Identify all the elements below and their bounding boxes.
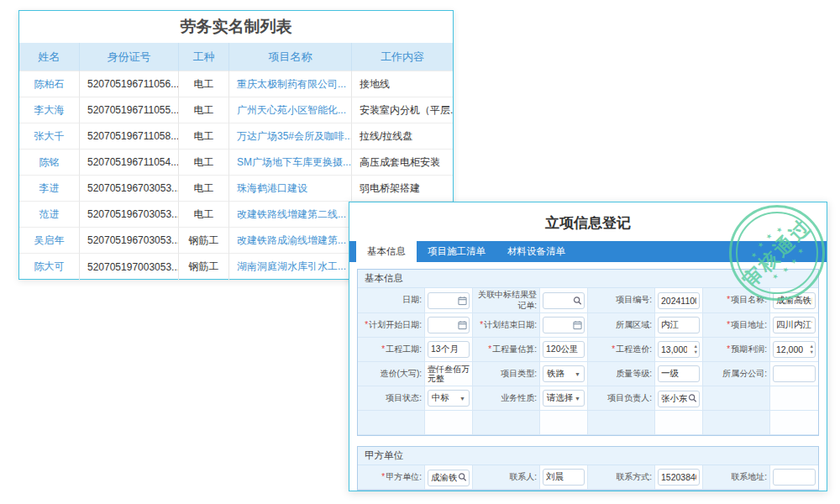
project-no-label: 项目编号:: [588, 288, 655, 313]
date-label: 日期:: [358, 288, 425, 313]
stepper-up-icon[interactable]: ▲: [694, 344, 698, 349]
region-input[interactable]: [658, 317, 700, 333]
search-icon[interactable]: [573, 296, 582, 305]
number-stepper[interactable]: ▲▼: [694, 344, 698, 355]
name-link[interactable]: 张大千: [19, 123, 80, 150]
labor-table-header: 姓名 身份证号 工种 项目名称 工作内容: [19, 43, 453, 71]
column-header-name: 姓名: [19, 43, 80, 71]
empty-cell: [358, 411, 425, 435]
branch-input[interactable]: [773, 365, 816, 382]
project-address-label: *项目地址:: [703, 313, 770, 338]
stepper-up-icon[interactable]: ▲: [809, 344, 813, 349]
plan-end-label: *计划结束日期:: [473, 313, 540, 338]
cost-caps-value: 壹仟叁佰万元整: [428, 365, 470, 384]
search-icon[interactable]: [458, 473, 467, 482]
column-header-work: 工作内容: [352, 43, 453, 71]
trade-cell: 电工: [179, 176, 229, 202]
name-link[interactable]: 李大海: [19, 97, 80, 123]
trade-cell: 电工: [179, 202, 229, 228]
project-address-input[interactable]: [773, 317, 816, 333]
branch-label: 所属分公司:: [703, 362, 770, 386]
project-type-select[interactable]: 铁路▼: [543, 365, 585, 382]
business-nature-select[interactable]: 请选择▼: [543, 390, 585, 407]
tab-construction-list[interactable]: 项目施工清单: [417, 241, 496, 262]
labor-list-title: 劳务实名制列表: [19, 11, 453, 43]
empty-cell: [703, 386, 770, 411]
id-cell: 520705197003053...: [80, 254, 179, 280]
empty-cell: [540, 411, 588, 435]
project-no-input[interactable]: [658, 292, 700, 309]
name-link[interactable]: 陈大可: [19, 254, 80, 280]
id-cell: 520705196711054...: [80, 150, 179, 176]
calendar-icon[interactable]: [458, 296, 467, 305]
work-cell: 接地线: [352, 71, 453, 97]
empty-cell: [770, 386, 818, 411]
project-name-input[interactable]: [773, 292, 816, 309]
business-nature-label: 业务性质:: [473, 386, 540, 411]
bid-result-label: 关联中标结果登记单:: [473, 288, 540, 313]
name-link[interactable]: 陈柏石: [19, 71, 80, 97]
chevron-down-icon: ▼: [459, 396, 465, 402]
column-header-id: 身份证号: [80, 43, 179, 71]
trade-cell: 电工: [179, 123, 229, 150]
project-status-select[interactable]: 中标▼: [428, 390, 470, 407]
party-a-form: *甲方单位: 联系人: 联系方式: 联系地址:: [358, 465, 818, 490]
profit-label: *预期利润:: [703, 338, 770, 362]
quantity-input[interactable]: [543, 341, 585, 358]
tab-basic-info[interactable]: 基本信息: [356, 241, 417, 262]
calendar-icon[interactable]: [573, 321, 582, 330]
trade-cell: 钢筋工: [179, 228, 229, 254]
search-icon[interactable]: [688, 394, 697, 403]
name-link[interactable]: 吴启年: [19, 228, 80, 254]
registration-tabbar: 基本信息 项目施工清单 材料设备清单: [349, 241, 827, 262]
project-link[interactable]: 万达广场35#会所及咖啡...: [229, 123, 352, 150]
project-status-label: 项目状态:: [358, 386, 425, 411]
name-link[interactable]: 范进: [19, 202, 80, 228]
manager-label: 项目负责人:: [588, 386, 655, 411]
id-cell: 520705196711058...: [80, 123, 179, 150]
contact-address-input[interactable]: [773, 469, 816, 486]
project-registration-panel: 立项信息登记 基本信息 项目施工清单 材料设备清单 基本信息 日期: 关联中标结…: [349, 202, 827, 491]
empty-cell: [588, 411, 655, 435]
stepper-down-icon[interactable]: ▼: [809, 349, 813, 355]
work-cell: 安装室内分机（平层...: [352, 97, 453, 123]
duration-input[interactable]: [428, 341, 470, 358]
phone-input[interactable]: [658, 469, 700, 486]
contact-input[interactable]: [543, 469, 585, 486]
project-link[interactable]: 广州天心苑小区智能化...: [229, 97, 352, 123]
tab-material-list[interactable]: 材料设备清单: [496, 241, 576, 262]
chevron-down-icon: ▼: [575, 396, 580, 402]
project-type-label: 项目类型:: [473, 362, 540, 386]
project-link[interactable]: 湖南洞庭湖水库引水工...: [229, 254, 352, 280]
table-row: 李大海 520705196711055... 电工 广州天心苑小区智能化... …: [19, 97, 453, 123]
stepper-down-icon[interactable]: ▼: [694, 349, 698, 355]
basic-info-form: 日期: 关联中标结果登记单: 项目编号: *项目名称:: [358, 288, 818, 435]
quality-grade-input[interactable]: [658, 365, 700, 382]
trade-cell: 钢筋工: [179, 254, 229, 280]
work-cell: 高压成套电柜安装: [352, 150, 453, 176]
project-link[interactable]: 改建铁路成渝线增建第...: [229, 228, 352, 254]
number-stepper[interactable]: ▲▼: [809, 344, 813, 355]
name-link[interactable]: 陈铭: [19, 150, 80, 176]
quality-grade-label: 质量等级:: [588, 362, 655, 386]
empty-cell: [770, 411, 818, 435]
id-cell: 520705196703053...: [80, 176, 179, 202]
id-cell: 520705196703053...: [80, 202, 179, 228]
project-link[interactable]: 珠海鹤港口建设: [229, 176, 352, 202]
calendar-icon[interactable]: [458, 321, 467, 330]
contact-label: 联系人:: [473, 465, 540, 490]
project-link[interactable]: 重庆太极制药有限公司...: [229, 71, 352, 97]
id-cell: 520705196703053...: [80, 228, 179, 254]
work-cell: 拉线/拉线盘: [352, 123, 453, 150]
region-label: 所属区域:: [588, 313, 655, 338]
duration-label: *工程工期:: [358, 338, 425, 362]
party-a-section-header: 甲方单位: [358, 447, 818, 465]
empty-cell: [473, 411, 540, 435]
phone-label: 联系方式:: [588, 465, 655, 490]
name-link[interactable]: 李进: [19, 176, 80, 202]
id-cell: 520705196711056...: [80, 71, 179, 97]
project-link[interactable]: SM广场地下车库更换摄...: [229, 150, 352, 176]
trade-cell: 电工: [179, 150, 229, 176]
project-link[interactable]: 改建铁路线增建第二线...: [229, 202, 352, 228]
cost-caps-label: 造价(大写):: [358, 362, 425, 386]
